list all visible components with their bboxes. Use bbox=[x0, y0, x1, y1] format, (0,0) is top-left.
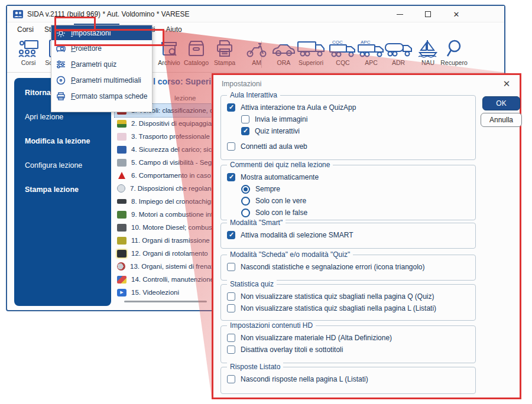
toolbar-catalogo[interactable]: Catalogo bbox=[182, 39, 210, 71]
lesson-icon bbox=[117, 276, 126, 284]
cancel-button[interactable]: Annulla bbox=[481, 113, 522, 127]
lesson-row[interactable]: 14. Controlli, manutenzione bbox=[115, 273, 215, 286]
lesson-row[interactable]: 2. Dispositivi di equipaggiam bbox=[115, 117, 215, 130]
radio-button[interactable] bbox=[241, 197, 250, 206]
brake-icon bbox=[117, 262, 125, 271]
lesson-row[interactable]: 6. Comportamento in caso d bbox=[115, 169, 215, 182]
toolbar-superiori[interactable]: Superiori bbox=[297, 39, 325, 71]
option-row: Attiva interazione tra Aula e QuizApp bbox=[227, 102, 475, 113]
radio-button[interactable] bbox=[241, 208, 250, 217]
lesson-row[interactable]: 9. Motori a combustione int bbox=[115, 208, 215, 221]
checkbox[interactable] bbox=[227, 231, 235, 239]
toolbar-recupero[interactable]: Recupero bbox=[440, 39, 468, 71]
sidebar-item-apri-lezione[interactable]: Apri lezione bbox=[25, 113, 111, 121]
close-icon: ✕ bbox=[453, 10, 460, 19]
toolbar-am[interactable]: AM bbox=[242, 39, 271, 71]
lesson-row[interactable]: 10. Motore Diesel; combusti bbox=[115, 221, 215, 234]
sidebar-item-configura-lezione[interactable]: Configura lezione bbox=[25, 161, 111, 170]
option-row: Quiz interattivi bbox=[241, 125, 475, 137]
toolbar-nau[interactable]: NAU bbox=[414, 39, 442, 71]
toolbar-stampa[interactable]: Stampa bbox=[210, 39, 239, 71]
dropdown-item-formato-stampa[interactable]: Formato stampa schede bbox=[51, 88, 152, 104]
toolbar-archivio[interactable]: Archivio bbox=[155, 39, 183, 71]
checkbox[interactable] bbox=[227, 103, 235, 112]
toolbar-apc[interactable]: APC APC bbox=[357, 39, 385, 71]
lesson-icon bbox=[117, 224, 126, 232]
menu-aiuto[interactable]: Aiuto bbox=[160, 24, 187, 35]
toolbar-cqc[interactable]: CQC CQC bbox=[329, 39, 357, 71]
lesson-list: 1. Veicoli: classificazione, dir 2. Disp… bbox=[115, 104, 215, 299]
lesson-row[interactable]: 4. Sicurezza del carico; sicure bbox=[115, 143, 215, 156]
checkbox[interactable] bbox=[241, 115, 249, 123]
lesson-icon bbox=[117, 237, 126, 245]
clock-icon bbox=[117, 184, 125, 193]
group-aula-interattiva: Aula Interattiva Attiva interazione tra … bbox=[220, 95, 476, 160]
drawer-icon bbox=[184, 39, 208, 58]
dropdown-item-proiettore[interactable]: Proiettore bbox=[51, 40, 152, 56]
app-logo-icon bbox=[13, 10, 23, 18]
lesson-row[interactable]: 8. Impiego del cronotachigra bbox=[115, 195, 215, 208]
horizontal-scrollbar[interactable] bbox=[124, 301, 207, 302]
option-row: Nascondi statistiche e segnalazione erro… bbox=[227, 261, 475, 273]
dropdown-item-parametri-multimediali[interactable]: Parametri multimediali bbox=[51, 72, 152, 88]
lesson-icon bbox=[117, 159, 126, 167]
lesson-row[interactable]: 13. Organi, sistemi di frenatu bbox=[115, 260, 215, 273]
lesson-row[interactable]: 7. Disposizioni che regolano bbox=[115, 182, 215, 195]
tanker-icon bbox=[383, 39, 414, 58]
option-row: Disattiva overlay titoli e sottotitoli bbox=[227, 344, 475, 356]
group-statistica-quiz: Statistica quiz Non visualizzare statist… bbox=[220, 284, 476, 321]
lesson-row[interactable]: 5. Campo di visibilità - Segn bbox=[115, 156, 215, 169]
checkbox[interactable] bbox=[241, 127, 249, 135]
printer-icon bbox=[56, 92, 66, 101]
warning-triangle-icon bbox=[117, 172, 126, 180]
checkbox[interactable] bbox=[227, 263, 235, 271]
sidebar-item-stampa-lezione[interactable]: Stampa lezione bbox=[25, 185, 111, 194]
course-header: l corso: Superi bbox=[153, 77, 215, 86]
dialog-close-button[interactable]: ✕ bbox=[501, 78, 512, 90]
checkbox[interactable] bbox=[227, 173, 235, 181]
preferenze-dropdown: Impostazioni Proiettore Parametri quiz P… bbox=[51, 25, 153, 112]
svg-text:CQC: CQC bbox=[332, 40, 343, 45]
checkbox[interactable] bbox=[227, 304, 235, 312]
car-icon bbox=[271, 39, 297, 58]
maximize-button[interactable] bbox=[421, 8, 434, 20]
lesson-icon bbox=[117, 211, 126, 219]
toolbar-adr[interactable]: ADR bbox=[384, 39, 413, 71]
lesson-row[interactable]: ▶15. Videolezioni bbox=[115, 286, 215, 299]
video-play-icon: ▶ bbox=[117, 289, 126, 297]
sidebar-item-modifica-lezione[interactable]: Modifica la lezione bbox=[25, 137, 111, 145]
dropdown-item-impostazioni[interactable]: Impostazioni bbox=[51, 25, 152, 40]
scooter-icon bbox=[244, 39, 270, 58]
disc-icon bbox=[56, 76, 66, 85]
option-row: Non visualizzare statistica quiz sbaglia… bbox=[227, 302, 475, 314]
checkbox[interactable] bbox=[227, 292, 235, 301]
truck-cqc-icon: CQC bbox=[327, 39, 358, 58]
option-row: Invia le immagini bbox=[241, 113, 475, 125]
checkbox[interactable] bbox=[227, 334, 235, 342]
ok-button[interactable]: OK bbox=[482, 96, 520, 110]
menu-corsi[interactable]: Corsi bbox=[12, 24, 39, 35]
truck-apc-icon: APC bbox=[356, 39, 387, 58]
toolbar-corsi[interactable]: Corsi bbox=[14, 39, 43, 71]
group-risposte-listato: Risposte Listato Nascondi risposte nella… bbox=[220, 367, 476, 394]
checkbox[interactable] bbox=[227, 346, 235, 354]
group-modalita-smart: Modalità "Smart" Attiva modalità di sele… bbox=[220, 223, 476, 249]
checkbox[interactable] bbox=[227, 142, 235, 151]
close-button[interactable]: ✕ bbox=[450, 8, 463, 20]
toolbar-ora[interactable]: ORA bbox=[270, 39, 298, 71]
projector-icon bbox=[56, 44, 66, 53]
truck-icon bbox=[296, 39, 326, 58]
lesson-icon bbox=[117, 199, 126, 204]
option-row: Solo con le vere bbox=[241, 195, 475, 207]
lesson-row[interactable]: 3. Trasporto professionale e bbox=[115, 130, 215, 143]
sliders-icon bbox=[56, 60, 66, 69]
lesson-row[interactable]: 12. Organi di rotolamento bbox=[115, 247, 215, 260]
lesson-row[interactable]: 11. Organi di trasmissione - bbox=[115, 234, 215, 247]
checkbox[interactable] bbox=[227, 375, 235, 383]
dropdown-item-parametri-quiz[interactable]: Parametri quiz bbox=[51, 56, 152, 72]
radio-button[interactable] bbox=[241, 185, 250, 194]
option-row: Non visualizzare statistica quiz sbaglia… bbox=[227, 291, 475, 302]
minimize-button[interactable] bbox=[393, 8, 406, 20]
option-row: Attiva modalità di selezione SMART bbox=[227, 229, 475, 241]
classroom-icon bbox=[17, 39, 40, 58]
